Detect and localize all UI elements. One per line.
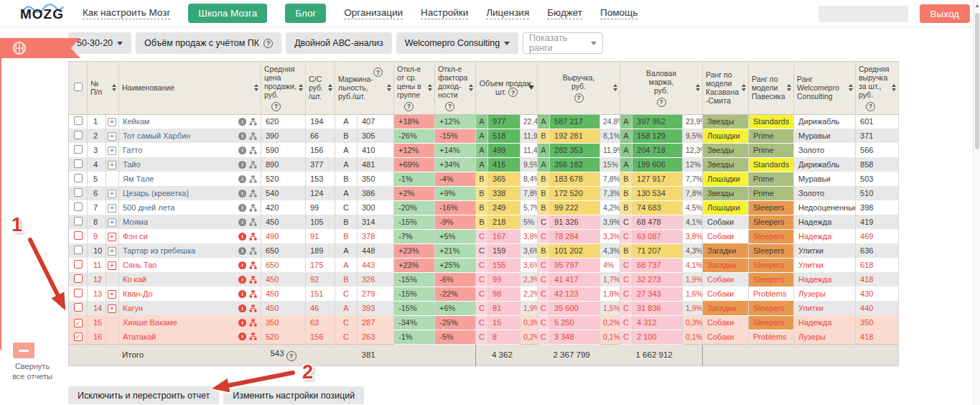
sort-icon[interactable] (469, 84, 473, 91)
info-icon[interactable]: i (238, 233, 246, 241)
row-checkbox[interactable] (74, 131, 83, 139)
help-icon[interactable]: ? (445, 102, 454, 111)
product-name-link[interactable]: Мояма (123, 218, 148, 226)
info-icon[interactable]: i (238, 161, 246, 169)
row-checkbox[interactable] (74, 274, 83, 283)
sitemap-icon[interactable] (249, 218, 257, 226)
expand-icon[interactable]: + (108, 261, 116, 270)
nav-link-budget[interactable]: Бюджет (547, 7, 582, 19)
product-name-link[interactable]: Кван-До (123, 289, 153, 298)
info-icon[interactable]: i (238, 247, 246, 255)
col-header-factor-deviation[interactable]: Откл-е фактора доход- ности? (435, 62, 476, 115)
expand-icon[interactable]: + (108, 247, 116, 256)
row-checkbox[interactable] (74, 303, 83, 312)
school-button[interactable]: Школа Мозга (188, 4, 267, 23)
help-icon[interactable]: ? (373, 68, 383, 77)
info-icon[interactable]: i (238, 204, 246, 212)
select-all-checkbox[interactable] (74, 83, 83, 91)
sitemap-icon[interactable] (249, 247, 257, 255)
sort-desc-icon[interactable] (528, 85, 534, 90)
row-checkbox[interactable] (74, 116, 83, 125)
help-icon[interactable]: ? (866, 102, 875, 111)
vertical-scrollbar[interactable]: ▲ (973, 0, 980, 405)
help-icon[interactable]: ? (404, 102, 414, 111)
col-header-rank-pavesik[interactable]: Ранг по модели Павесика (749, 62, 794, 115)
show-ranks-select[interactable]: Показать ранги (523, 32, 603, 54)
col-header-rank-kasavana[interactable]: Ранг по модели Касавана -Смита (703, 62, 749, 115)
sitemap-icon[interactable] (249, 190, 257, 197)
nav-link-help[interactable]: Помощь (600, 7, 638, 19)
edit-positions-button[interactable]: Изменить настройки позиций (223, 386, 364, 404)
nav-link-license[interactable]: Лицензия (486, 7, 529, 19)
product-name-link[interactable]: Тот самый Харбин (123, 131, 190, 140)
info-icon[interactable]: i (238, 218, 246, 226)
expand-icon[interactable]: + (108, 204, 116, 213)
info-icon[interactable]: i (238, 319, 246, 327)
product-name-link[interactable]: Ям Тале (123, 174, 154, 183)
logout-button[interactable]: Выход (920, 4, 970, 23)
info-icon[interactable]: i (238, 304, 246, 312)
col-header-margin[interactable]: Маржина- льность, руб./шт.? (335, 62, 394, 115)
col-header-rank-welcomepro[interactable]: Ранг Welcomepro Consulting (794, 62, 856, 115)
row-checkbox[interactable] (74, 289, 83, 297)
sitemap-icon[interactable] (249, 332, 257, 340)
sort-icon[interactable] (428, 84, 432, 91)
help-icon[interactable]: ? (271, 102, 281, 111)
row-checkbox[interactable] (74, 231, 83, 240)
col-header-price-deviation[interactable]: Откл-е от ср. цены в группе? (394, 62, 435, 115)
product-name-link[interactable]: Кейкам (123, 117, 149, 126)
info-icon[interactable]: i (238, 146, 246, 154)
product-name-link[interactable]: Ататакай (123, 332, 156, 341)
info-icon[interactable]: i (238, 190, 246, 197)
expand-icon[interactable]: + (108, 304, 116, 313)
row-checkbox[interactable]: ✓ (74, 332, 83, 341)
sort-icon[interactable] (892, 84, 896, 91)
info-icon[interactable]: i (238, 175, 246, 183)
sitemap-icon[interactable] (249, 233, 257, 241)
help-icon[interactable]: ? (508, 88, 518, 97)
sort-icon[interactable] (849, 84, 853, 91)
sitemap-icon[interactable] (249, 146, 257, 154)
sort-icon[interactable] (299, 84, 303, 91)
expand-icon[interactable]: + (108, 132, 116, 141)
sort-icon[interactable] (787, 84, 791, 91)
expand-icon[interactable]: + (108, 233, 116, 241)
row-checkbox[interactable] (74, 260, 83, 269)
sales-volume-pk-button[interactable]: Объём продаж с учётом ПК ? (136, 32, 281, 54)
sitemap-icon[interactable] (249, 161, 257, 169)
info-icon[interactable]: i (238, 261, 246, 269)
help-icon[interactable]: ? (286, 351, 297, 361)
row-checkbox[interactable] (74, 217, 83, 225)
mozg-logo[interactable]: MOZG (20, 3, 65, 24)
nav-link-organizations[interactable]: Организации (344, 7, 403, 19)
row-checkbox[interactable] (74, 159, 83, 168)
welcomepro-consulting-button[interactable]: Welcomepro Consulting (396, 32, 518, 54)
info-icon[interactable]: i (238, 132, 246, 140)
product-name-link[interactable]: Хияше Вакаме (123, 318, 177, 327)
info-icon[interactable]: i (238, 332, 246, 340)
sitemap-icon[interactable] (249, 276, 257, 284)
row-checkbox[interactable] (74, 174, 83, 182)
product-name-link[interactable]: Сянь Тао (123, 261, 157, 269)
sitemap-icon[interactable] (249, 118, 257, 126)
nav-link-settings[interactable]: Настройки (421, 7, 468, 19)
col-header-num[interactable]: № П/п (88, 62, 119, 115)
sort-icon[interactable] (254, 84, 258, 91)
product-name-link[interactable]: Гатто (123, 146, 142, 154)
product-name-link[interactable]: Кагун (123, 304, 143, 312)
product-name-link[interactable]: Ко кай (123, 275, 146, 284)
col-header-revenue[interactable]: Выручка, руб.? (538, 62, 620, 115)
sitemap-icon[interactable] (249, 304, 257, 312)
info-icon[interactable]: i (238, 118, 246, 126)
sitemap-icon[interactable] (249, 290, 257, 298)
info-icon[interactable]: i (238, 290, 246, 298)
nav-link-setup[interactable]: Как настроить Мозг (83, 7, 170, 19)
sort-icon[interactable] (387, 84, 391, 91)
help-icon[interactable]: ? (657, 98, 666, 107)
sort-icon[interactable] (696, 84, 700, 91)
product-name-link[interactable]: Тайо (123, 160, 141, 169)
ratio-50-30-20-button[interactable]: 50-30-20 (68, 32, 131, 54)
sort-icon[interactable] (328, 84, 332, 91)
scrollbar-thumb[interactable] (975, 13, 979, 149)
blog-button[interactable]: Блог (285, 4, 326, 23)
